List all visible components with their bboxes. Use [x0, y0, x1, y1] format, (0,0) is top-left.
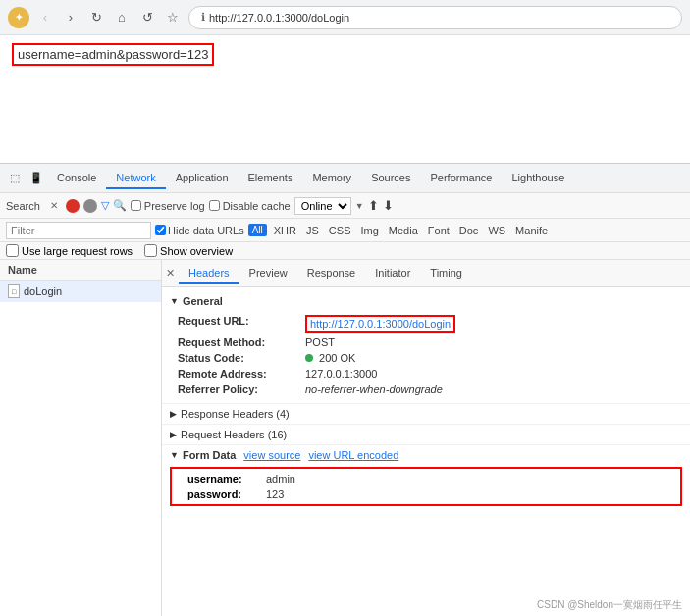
referrer-policy-value: no-referrer-when-downgrade [305, 384, 443, 395]
detail-tabs-bar: ✕ Headers Preview Response Initiator Tim… [162, 260, 690, 287]
stop-button[interactable] [83, 199, 97, 213]
page-url-display: username=admin&password=123 [12, 43, 214, 66]
browser-logo: ✦ [8, 7, 29, 28]
devtools-tabs-bar: ⬚ 📱 Console Network Application Elements… [0, 164, 690, 193]
general-title: General [183, 295, 223, 307]
tab-response[interactable]: Response [297, 263, 366, 284]
preserve-log-checkbox[interactable] [131, 200, 141, 211]
form-data-section-header[interactable]: ▼ Form Data [170, 449, 236, 461]
devtools-device-icon[interactable]: 📱 [26, 168, 47, 189]
response-headers-section[interactable]: ▶ Response Headers (4) [162, 403, 690, 424]
view-source-link[interactable]: view source [243, 449, 300, 461]
request-url-label: Request URL: [178, 315, 305, 333]
throttling-select[interactable]: Online [294, 197, 351, 215]
large-rows-checkbox[interactable] [6, 244, 19, 257]
tab-lighthouse[interactable]: Lighthouse [502, 168, 574, 189]
username-row: username: admin [187, 471, 672, 487]
show-overview-label[interactable]: Show overview [144, 244, 233, 257]
detail-close-button[interactable]: ✕ [166, 267, 175, 280]
disable-cache-label[interactable]: Disable cache [209, 200, 291, 212]
css-filter[interactable]: CSS [326, 224, 354, 237]
devtools-inspect-icon[interactable]: ⬚ [4, 168, 26, 189]
all-filter-badge[interactable]: All [248, 224, 267, 236]
request-name: doLogin [24, 285, 62, 297]
reload-button[interactable]: ↻ [86, 8, 106, 27]
request-headers-section[interactable]: ▶ Request Headers (16) [162, 424, 690, 444]
status-code-label: Status Code: [178, 352, 305, 364]
csdn-footer: CSDN @Sheldon一寞烟雨任平生 [537, 598, 682, 612]
js-filter[interactable]: JS [303, 224, 322, 237]
general-arrow: ▼ [170, 296, 179, 306]
request-method-value: POST [305, 336, 335, 348]
hide-data-urls-checkbox[interactable] [155, 225, 166, 235]
referrer-policy-label: Referrer Policy: [178, 384, 305, 395]
home-button[interactable]: ⌂ [112, 8, 132, 27]
tab-elements[interactable]: Elements [239, 168, 303, 189]
filter-input[interactable] [6, 222, 151, 239]
ws-filter[interactable]: WS [485, 224, 508, 237]
tab-headers[interactable]: Headers [179, 263, 239, 284]
page-content: username=admin&password=123 [0, 35, 690, 163]
search-button[interactable]: 🔍 [113, 199, 127, 212]
tab-preview[interactable]: Preview [239, 263, 297, 284]
font-filter[interactable]: Font [425, 224, 452, 237]
export-button[interactable]: ⬇ [383, 198, 394, 213]
status-green-dot [305, 354, 313, 362]
xhr-filter[interactable]: XHR [271, 224, 299, 237]
forward-button[interactable]: › [61, 8, 80, 27]
form-data-header: ▼ Form Data view source view URL encoded [162, 444, 690, 465]
detail-panel: ✕ Headers Preview Response Initiator Tim… [162, 260, 690, 616]
record-button[interactable] [66, 199, 80, 213]
tab-timing[interactable]: Timing [420, 263, 472, 284]
status-code-row: Status Code: 200 OK [178, 350, 682, 366]
img-filter[interactable]: Img [357, 224, 381, 237]
remote-address-value: 127.0.0.1:3000 [305, 368, 377, 380]
request-url-row: Request URL: http://127.0.0.1:3000/doLog… [178, 313, 682, 334]
password-value: 123 [266, 488, 284, 500]
general-section-header[interactable]: ▼ General [170, 291, 682, 311]
browser-toolbar: ✦ ‹ › ↻ ⌂ ↺ ☆ ℹ http://127.0.0.1:3000/do… [0, 0, 690, 35]
remote-address-label: Remote Address: [178, 368, 305, 380]
secure-icon: ℹ [201, 11, 205, 24]
form-data-body: username: admin password: 123 [170, 467, 682, 506]
devtools-body: Name □ doLogin ✕ Headers Preview Respons… [0, 260, 690, 616]
back-button[interactable]: ‹ [35, 8, 55, 27]
request-method-label: Request Method: [178, 336, 305, 348]
response-headers-arrow: ▶ [170, 409, 177, 419]
address-bar[interactable]: ℹ http://127.0.0.1:3000/doLogin [188, 6, 682, 29]
request-item-doLogin[interactable]: □ doLogin [0, 281, 161, 302]
disable-cache-checkbox[interactable] [209, 200, 220, 211]
password-row: password: 123 [187, 487, 672, 502]
tab-performance[interactable]: Performance [420, 168, 502, 189]
filter-button[interactable]: ▽ [101, 199, 109, 212]
name-panel: Name □ doLogin [0, 260, 162, 616]
name-column-header: Name [0, 260, 161, 281]
tab-network[interactable]: Network [106, 168, 165, 189]
show-overview-checkbox[interactable] [144, 244, 157, 257]
devtools-panel: ⬚ 📱 Console Network Application Elements… [0, 163, 690, 616]
password-label: password: [187, 488, 266, 500]
file-icon: □ [8, 284, 20, 298]
username-value: admin [266, 473, 295, 485]
tab-memory[interactable]: Memory [302, 168, 361, 189]
undo-button[interactable]: ↺ [137, 8, 157, 27]
doc-filter[interactable]: Doc [456, 224, 482, 237]
media-filter[interactable]: Media [386, 224, 421, 237]
manifest-filter[interactable]: Manife [512, 224, 551, 237]
general-section: ▼ General Request URL: http://127.0.0.1:… [162, 287, 690, 403]
import-button[interactable]: ⬆ [368, 198, 379, 213]
tab-sources[interactable]: Sources [361, 168, 420, 189]
bookmark-button[interactable]: ☆ [163, 8, 183, 27]
filter-row: Hide data URLs All XHR JS CSS Img Media … [0, 219, 690, 242]
view-url-encoded-link[interactable]: view URL encoded [308, 449, 398, 461]
preserve-log-label[interactable]: Preserve log [131, 200, 205, 212]
tab-console[interactable]: Console [47, 168, 106, 189]
options-row: Use large request rows Show overview [0, 242, 690, 260]
tab-application[interactable]: Application [166, 168, 239, 189]
hide-data-urls-label[interactable]: Hide data URLs [155, 225, 244, 236]
tab-initiator[interactable]: Initiator [365, 263, 420, 284]
close-search-button[interactable]: ✕ [46, 198, 62, 214]
large-rows-label[interactable]: Use large request rows [6, 244, 133, 257]
search-label: Search [6, 200, 40, 212]
general-section-body: Request URL: http://127.0.0.1:3000/doLog… [170, 311, 682, 399]
